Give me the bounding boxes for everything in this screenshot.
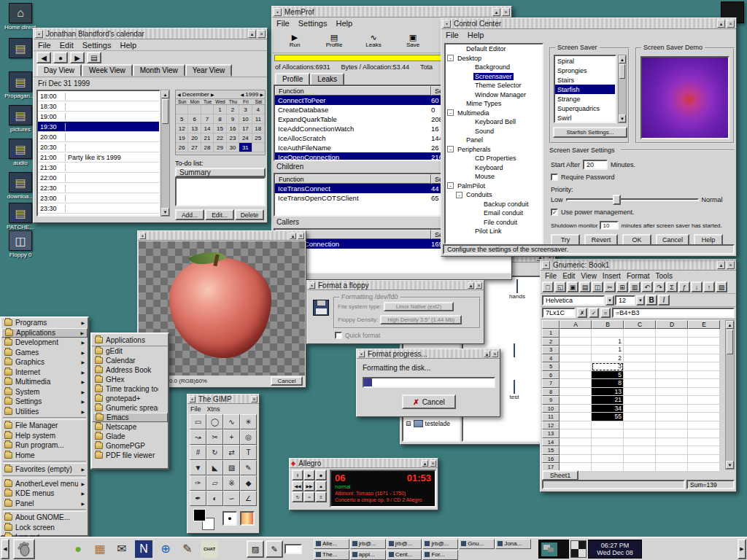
- cell-b[interactable]: 3: [592, 362, 624, 371]
- next-month-icon[interactable]: ▶: [211, 93, 214, 97]
- gimp-tool-button[interactable]: ◐: [206, 491, 223, 506]
- cell-d[interactable]: [656, 371, 688, 380]
- window-menu-icon[interactable]: ▪: [309, 282, 315, 289]
- cell-b[interactable]: 13: [592, 388, 624, 397]
- cell-e[interactable]: [688, 362, 720, 371]
- calendar-toolbar-button[interactable]: ▶: [70, 52, 85, 63]
- memprof-toolbar-button[interactable]: ▶ Run: [278, 30, 311, 51]
- expander-icon[interactable]: ⊟: [406, 421, 411, 427]
- main-menu-item[interactable]: File Manager ▶: [1, 421, 88, 431]
- cell-d[interactable]: [656, 413, 688, 421]
- cell-c[interactable]: [624, 329, 656, 338]
- tree-item[interactable]: - Backup conduit: [446, 200, 542, 209]
- slider-thumb[interactable]: [613, 195, 621, 205]
- spreadsheet-toolbar-icon[interactable]: ✂: [604, 281, 616, 292]
- fs-type-select[interactable]: Linux Native (ext2): [384, 302, 454, 311]
- main-menu-item[interactable]: ▶: [3, 475, 86, 478]
- spreadsheet-toolbar-icon[interactable]: ↑: [703, 281, 715, 292]
- column-header-function[interactable]: Function: [275, 174, 431, 184]
- fm-tree-item[interactable]: ⊟ testelade: [403, 419, 459, 429]
- screensaver-option[interactable]: Starfish: [555, 85, 615, 94]
- tree-item[interactable]: - Peripherals: [446, 145, 542, 155]
- formula-input[interactable]: =B4+B3: [612, 308, 735, 318]
- shutdown-monitor-input[interactable]: 10: [600, 221, 619, 230]
- cell-e[interactable]: [688, 329, 720, 338]
- column-header[interactable]: D: [656, 320, 688, 329]
- spreadsheet-toolbar-icon[interactable]: ▥: [629, 281, 640, 292]
- task-button[interactable]: The...: [314, 550, 349, 560]
- tree-item[interactable]: - Background: [446, 63, 542, 72]
- memprof-tab[interactable]: Profile: [275, 73, 310, 85]
- mini-calendar-day[interactable]: [176, 105, 188, 114]
- row-header[interactable]: 9: [542, 396, 560, 405]
- tree-item[interactable]: - Pilot Link: [446, 227, 542, 236]
- formula-bar-button[interactable]: ✗: [577, 308, 587, 318]
- panel-launcher[interactable]: ⊕: [156, 540, 175, 559]
- gimp-tool-button[interactable]: ✑: [190, 475, 206, 491]
- window-menu-icon[interactable]: ▪: [189, 396, 196, 402]
- cell-b[interactable]: [592, 446, 624, 455]
- tree-item[interactable]: - Keyboard: [446, 163, 542, 173]
- schedule-row[interactable]: 23:00: [38, 193, 159, 203]
- mini-calendar-day[interactable]: 29: [214, 143, 226, 152]
- color-swatches[interactable]: [193, 509, 217, 531]
- main-menu-item[interactable]: Utilities ▶: [1, 407, 88, 417]
- cell-e[interactable]: [688, 446, 720, 455]
- cell-d[interactable]: [656, 421, 688, 430]
- maximize-button[interactable]: ▴: [248, 30, 256, 38]
- gnome-foot-menu-button[interactable]: [13, 539, 35, 559]
- row-header[interactable]: 1: [542, 329, 560, 338]
- settings-tree[interactable]: - Default Editor - Desktop - Background …: [444, 43, 543, 244]
- main-menu-item[interactable]: Home ▶: [1, 451, 88, 461]
- screensaver-option[interactable]: Superquadrics: [555, 104, 615, 113]
- task-button[interactable]: Cent...: [387, 550, 422, 560]
- workspace-cell[interactable]: [578, 541, 586, 549]
- task-button[interactable]: jrb@...: [422, 539, 458, 549]
- column-header[interactable]: A: [560, 320, 592, 329]
- screensaver-option[interactable]: Stairs: [555, 75, 615, 85]
- close-button[interactable]: ×: [298, 233, 304, 239]
- cell-b[interactable]: 1: [592, 338, 624, 346]
- cell-b[interactable]: 2: [592, 354, 624, 363]
- mini-calendar-day[interactable]: [188, 105, 201, 114]
- mini-calendar-day[interactable]: 11: [252, 114, 265, 124]
- mini-calendar-day[interactable]: 14: [201, 124, 214, 133]
- main-menu-item[interactable]: Favorites (empty) ▶: [1, 464, 88, 475]
- submenu-item[interactable]: gnotepad+ ▶: [92, 394, 168, 403]
- todo-action-button[interactable]: Delete: [235, 209, 264, 220]
- quick-format-checkbox[interactable]: [335, 332, 342, 339]
- task-button[interactable]: Alle...: [314, 539, 349, 549]
- cell-e[interactable]: [688, 455, 720, 464]
- main-menu-item[interactable]: Help system ▶: [1, 431, 88, 441]
- schedule-row[interactable]: 20:30: [38, 142, 159, 152]
- player-control-button[interactable]: ▶▶: [303, 481, 315, 491]
- cell-b[interactable]: 55: [592, 413, 624, 421]
- mini-calendar-day[interactable]: 18: [252, 124, 265, 133]
- tree-item[interactable]: - Mouse: [446, 172, 542, 182]
- cell-b[interactable]: [592, 455, 624, 464]
- cell-c[interactable]: [624, 371, 656, 380]
- fm-file-icon[interactable]: [498, 344, 530, 357]
- tree-item[interactable]: - Theme Selector: [446, 81, 542, 90]
- desktop-icon[interactable]: ▤ downloa...: [4, 172, 36, 200]
- menu-item[interactable]: Edit: [60, 41, 74, 50]
- window-menu-icon[interactable]: ▪: [443, 20, 451, 28]
- screensaver-option[interactable]: Sprongies: [555, 66, 615, 75]
- menu-item[interactable]: File: [446, 31, 459, 39]
- cell-b[interactable]: [592, 429, 624, 438]
- gimp-tool-button[interactable]: ✎: [240, 460, 257, 475]
- mini-calendar-day[interactable]: 31: [239, 143, 252, 152]
- mini-calendar-day[interactable]: 10: [239, 114, 252, 124]
- cell-d[interactable]: [656, 429, 688, 438]
- titlebar[interactable]: ▪ MemProf ▴ ×: [272, 7, 511, 18]
- sheet-scrollbar[interactable]: ▲ ▼: [725, 320, 735, 470]
- submenu-item[interactable]: Time tracking tool ▶: [92, 384, 168, 394]
- player-control-button[interactable]: ‖: [292, 470, 303, 481]
- close-button[interactable]: ×: [258, 30, 266, 38]
- desktop-icon[interactable]: ▤ pictures: [4, 105, 36, 133]
- schedule-row[interactable]: 19:30: [38, 122, 159, 132]
- task-button[interactable]: Gnu...: [459, 539, 495, 549]
- cell-a[interactable]: [560, 371, 592, 380]
- tree-item[interactable]: - Default Editor: [446, 44, 542, 54]
- sheet-tab[interactable]: Sheet1: [542, 470, 578, 481]
